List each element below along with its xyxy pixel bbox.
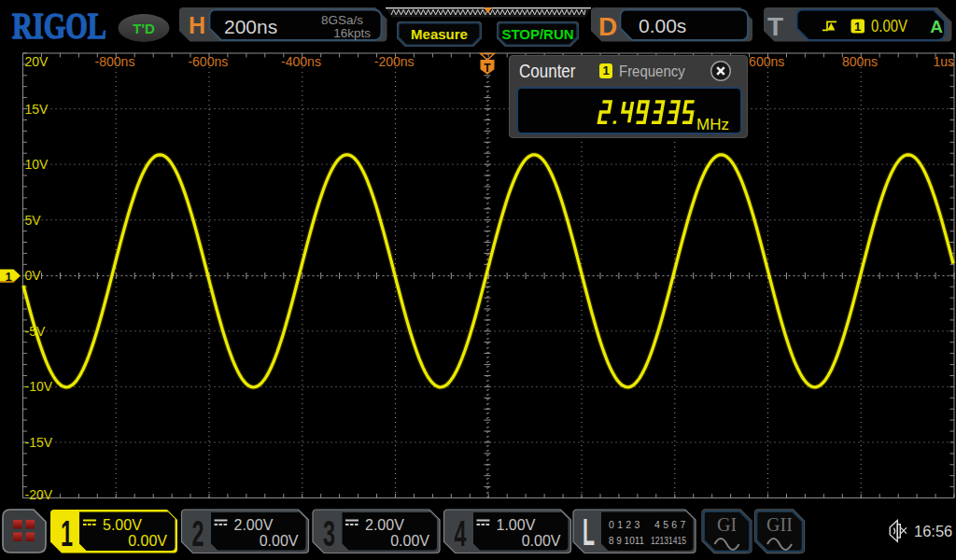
- svg-text:600ns: 600ns: [749, 54, 784, 69]
- svg-text:-5V: -5V: [25, 324, 46, 339]
- svg-text:0.00V: 0.00V: [522, 533, 561, 549]
- svg-text:8 9 1011: 8 9 1011: [609, 535, 644, 546]
- svg-text:5V: 5V: [25, 213, 42, 228]
- svg-text:L: L: [583, 511, 595, 553]
- svg-text:1.00V: 1.00V: [497, 517, 536, 533]
- svg-text:4567: 4567: [654, 519, 689, 530]
- svg-text:2: 2: [192, 514, 204, 553]
- svg-text:3: 3: [323, 514, 335, 553]
- svg-text:800ns: 800ns: [842, 54, 878, 69]
- svg-text:0123: 0123: [609, 519, 643, 530]
- svg-text:T'D: T'D: [133, 21, 155, 36]
- svg-text:MHz: MHz: [696, 116, 729, 133]
- svg-text:0.00V: 0.00V: [871, 16, 907, 35]
- svg-text:20V: 20V: [25, 54, 49, 69]
- svg-text:1: 1: [61, 514, 73, 553]
- svg-text:STOP/RUN: STOP/RUN: [501, 26, 573, 42]
- svg-text:A: A: [930, 17, 943, 36]
- svg-text:10V: 10V: [25, 157, 49, 172]
- svg-text:0.00V: 0.00V: [260, 533, 299, 549]
- svg-text:GII: GII: [766, 514, 793, 535]
- svg-text:-600ns: -600ns: [188, 54, 228, 69]
- svg-text:RIGOL: RIGOL: [12, 5, 106, 47]
- svg-text:GI: GI: [717, 514, 737, 535]
- svg-text:-400ns: -400ns: [281, 54, 321, 69]
- svg-text:1: 1: [854, 20, 861, 34]
- svg-text:0V: 0V: [25, 268, 42, 283]
- svg-text:T: T: [767, 12, 783, 41]
- svg-text:-10V: -10V: [25, 379, 53, 394]
- svg-text:16:56: 16:56: [914, 523, 952, 539]
- svg-text:0.00V: 0.00V: [128, 533, 167, 549]
- svg-text:T: T: [484, 62, 491, 75]
- svg-text:15V: 15V: [25, 102, 49, 117]
- svg-text:5.00V: 5.00V: [103, 517, 142, 533]
- svg-text:-20V: -20V: [25, 487, 53, 502]
- svg-text:D: D: [598, 12, 617, 41]
- svg-text:2.00V: 2.00V: [234, 517, 274, 533]
- svg-text:-15V: -15V: [25, 435, 53, 450]
- svg-text:16kpts: 16kpts: [333, 26, 371, 40]
- svg-text:200ns: 200ns: [224, 16, 277, 37]
- svg-text:2.00V: 2.00V: [365, 517, 404, 533]
- svg-text:12131415: 12131415: [651, 535, 686, 546]
- svg-text:-800ns: -800ns: [95, 54, 135, 69]
- svg-text:4: 4: [455, 514, 467, 553]
- svg-text:1us: 1us: [933, 54, 954, 69]
- svg-text:0.00s: 0.00s: [639, 15, 686, 36]
- svg-text:-200ns: -200ns: [374, 54, 415, 69]
- svg-text:0.00V: 0.00V: [390, 533, 429, 549]
- svg-text:Measure: Measure: [411, 26, 468, 42]
- svg-text:1: 1: [6, 270, 12, 284]
- svg-text:H: H: [189, 12, 205, 38]
